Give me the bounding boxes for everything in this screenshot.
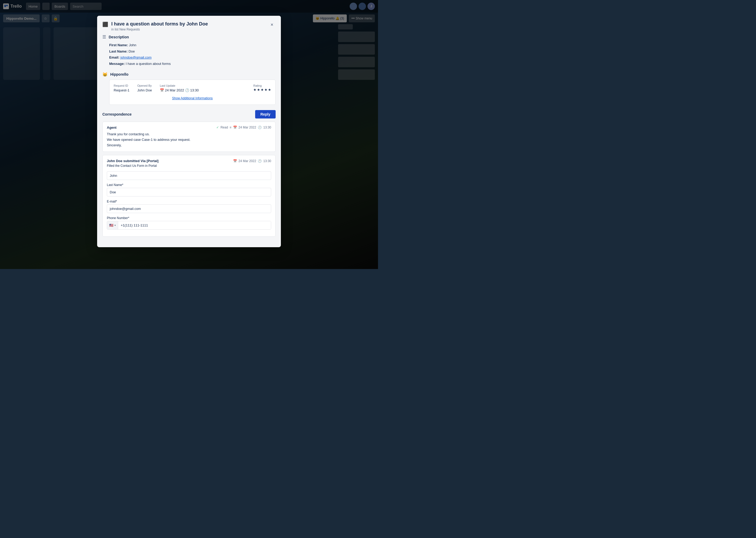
form-label-phone: Phone Number* [107, 216, 271, 220]
flag-icon: 🇺🇸 [109, 223, 114, 227]
agent-msg-clock: 🕐 [258, 126, 262, 129]
modal-title: I have a question about forms by John Do… [111, 21, 265, 27]
agent-msg-line-1: Thank you for contacting us. [107, 132, 271, 137]
field-firstname: First Name: John [109, 42, 276, 48]
correspondence-section: Correspondence Reply Agent ✓ Read ≡ 📅 24… [102, 110, 276, 237]
show-additional-link[interactable]: Show Additional Informations [172, 96, 213, 100]
opened-by-value: John Doe [137, 88, 152, 92]
phone-input-field[interactable] [118, 221, 271, 229]
rating-field: Rating ★ ★ ★ ★ ★ [253, 84, 271, 92]
form-field-lastname: Last Name* [107, 183, 271, 196]
last-update-value: 📅 24 Mar 2022 🕐 13:30 [160, 88, 199, 92]
description-title: Description [109, 35, 129, 39]
agent-msg-line-2: We have opened case Case-1 to address yo… [107, 137, 271, 143]
submission-title: John Doe submitted Via [Portal] [107, 159, 159, 163]
last-update-field: Last Update 📅 24 Mar 2022 🕐 13:30 [160, 84, 199, 92]
field-email: Email: johndoe@gmail.com [109, 54, 276, 60]
request-id-field: Request ID Request-1 [114, 84, 129, 92]
field-message: Message: I have a question about forms [109, 61, 276, 67]
form-input-lastname[interactable] [107, 188, 271, 196]
hipporello-icon: 😸 [102, 72, 108, 77]
hipporello-title: Hipporello [110, 72, 128, 77]
submission-title-wrap: John Doe submitted Via [Portal] [107, 159, 159, 163]
star-2[interactable]: ★ [257, 88, 260, 92]
calendar-icon: 📅 [160, 88, 164, 92]
phone-flag-selector[interactable]: 🇺🇸 ▾ [107, 221, 118, 229]
submission-meta: 📅 24 Mar 2022 🕐 13:30 [233, 159, 271, 163]
hipporello-section: 😸 Hipporello Request ID Request-1 Opened… [102, 72, 276, 105]
modal-subtitle: in list New Requests [111, 27, 265, 31]
show-additional-link-container: Show Additional Informations [114, 96, 271, 100]
agent-msg-time: 13:30 [263, 126, 271, 129]
opened-by-field: Opened By John Doe [137, 84, 152, 92]
agent-msg-header: Agent ✓ Read ≡ 📅 24 Mar 2022 🕐 13:30 [107, 126, 271, 130]
stars-container: ★ ★ ★ ★ ★ [253, 88, 271, 92]
modal-overlay: ⬛ I have a question about forms by John … [0, 0, 378, 269]
msg-list-icon: ≡ [230, 126, 231, 129]
phone-input-wrapper: 🇺🇸 ▾ [107, 221, 271, 230]
agent-sender: Agent [107, 126, 117, 130]
agent-msg-body: Thank you for contacting us. We have ope… [107, 132, 271, 148]
form-label-lastname: Last Name* [107, 183, 271, 187]
description-fields: First Name: John Last Name: Doe Email: j… [102, 42, 276, 67]
description-header: ☰ Description [102, 34, 276, 39]
star-1[interactable]: ★ [253, 88, 257, 92]
form-input-firstname[interactable] [107, 171, 271, 180]
star-4[interactable]: ★ [264, 88, 267, 92]
opened-by-label: Opened By [137, 84, 152, 87]
form-field-firstname [107, 171, 271, 180]
submission-subtitle: Filled the Contact Us Form in Portal [107, 164, 271, 168]
correspondence-title: Correspondence [102, 112, 131, 116]
clock-icon: 🕐 [185, 88, 189, 92]
agent-message-card: Agent ✓ Read ≡ 📅 24 Mar 2022 🕐 13:30 Tha [102, 122, 276, 152]
read-status: Read [220, 126, 228, 129]
flag-chevron: ▾ [115, 224, 116, 227]
rating-label: Rating [253, 84, 271, 87]
hcard-header: Request ID Request-1 Opened By John Doe … [114, 84, 271, 92]
read-check-icon: ✓ [216, 126, 219, 129]
email-link[interactable]: johndoe@gmail.com [120, 55, 152, 59]
submission-clock: 🕐 [258, 159, 262, 163]
star-5[interactable]: ★ [268, 88, 271, 92]
agent-msg-meta: ✓ Read ≡ 📅 24 Mar 2022 🕐 13:30 [216, 126, 271, 129]
modal-header-content: I have a question about forms by John Do… [111, 21, 265, 31]
submission-header: John Doe submitted Via [Portal] 📅 24 Mar… [107, 159, 271, 163]
modal-close-button[interactable]: × [268, 21, 276, 28]
star-3[interactable]: ★ [261, 88, 264, 92]
hipporello-header: 😸 Hipporello [102, 72, 276, 77]
submission-time: 13:30 [263, 159, 271, 163]
submission-cal-icon: 📅 [233, 159, 237, 163]
request-id-label: Request ID [114, 84, 129, 87]
hipporello-card: Request ID Request-1 Opened By John Doe … [109, 80, 276, 105]
correspondence-header: Correspondence Reply [102, 110, 276, 119]
modal: ⬛ I have a question about forms by John … [97, 16, 281, 247]
form-input-email[interactable] [107, 204, 271, 213]
form-field-email: E-mail* [107, 200, 271, 213]
last-update-date: 24 Mar 2022 [165, 88, 184, 92]
description-icon: ☰ [102, 34, 106, 39]
last-update-label: Last Update [160, 84, 199, 87]
form-field-phone: Phone Number* 🇺🇸 ▾ [107, 216, 271, 230]
submission-card: John Doe submitted Via [Portal] 📅 24 Mar… [102, 155, 276, 237]
modal-header: ⬛ I have a question about forms by John … [97, 16, 281, 34]
agent-msg-date: 24 Mar 2022 [239, 126, 256, 129]
request-id-value: Request-1 [114, 88, 129, 92]
reply-button[interactable]: Reply [255, 110, 276, 119]
modal-body: ☰ Description First Name: John Last Name… [97, 34, 281, 247]
agent-msg-line-3: Sincerely, [107, 143, 271, 148]
modal-card-icon: ⬛ [102, 22, 108, 27]
last-update-time: 13:30 [190, 88, 199, 92]
form-label-email: E-mail* [107, 200, 271, 203]
field-lastname: Last Name: Doe [109, 48, 276, 54]
description-section: ☰ Description First Name: John Last Name… [102, 34, 276, 67]
agent-msg-cal-icon: 📅 [233, 126, 237, 129]
submission-date: 24 Mar 2022 [239, 159, 256, 163]
